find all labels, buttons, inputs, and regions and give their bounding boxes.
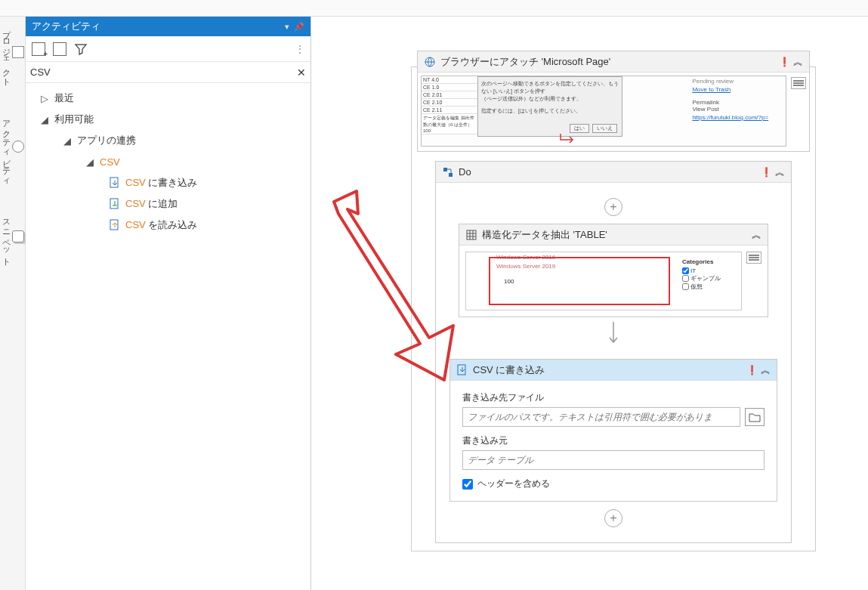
- thumb-right-panel: Pending review Move to Trash Permalink V…: [692, 78, 783, 122]
- do-card[interactable]: Do ❗ ︽ + 構造化データを抽出 'TABLE': [435, 161, 792, 543]
- tree-available-label: 利用可能: [54, 113, 94, 126]
- svg-rect-0: [110, 178, 118, 187]
- browse-folder-button[interactable]: [745, 408, 765, 426]
- tree-app-integration[interactable]: ◢ アプリの連携: [26, 130, 310, 151]
- csv-write-body: 書き込み先ファイル 書き込み元 ヘ: [450, 381, 777, 501]
- chevron-right-icon: ▷: [41, 93, 50, 104]
- panel-search: ✕: [26, 62, 310, 83]
- tree-csv-folder[interactable]: ◢ CSV: [26, 151, 310, 172]
- snippet-icon: [12, 230, 24, 242]
- csv-write-card[interactable]: CSV に書き込み ❗ ︽ 書き込み先ファイル: [449, 359, 777, 502]
- sequence-container: ブラウザーにアタッチ 'Microsoft Page' ❗ ︽ NT 4.0 C…: [411, 66, 816, 551]
- tree-recent-label: 最近: [54, 91, 74, 105]
- collapse-icon[interactable]: ︽: [775, 165, 785, 179]
- csv-append-icon: [109, 198, 121, 210]
- activity-tree: ▷ 最近 ◢ 利用可能 ◢ アプリの連携 ◢ CSV CSV に書き込み CSV…: [26, 83, 310, 590]
- browser-attach-card[interactable]: ブラウザーにアタッチ 'Microsoft Page' ❗ ︽ NT 4.0 C…: [417, 51, 810, 152]
- tree-item-csv-read-rest: を読み込み: [146, 219, 198, 230]
- rail-snippet[interactable]: スニペット: [1, 214, 24, 262]
- project-icon: [12, 46, 24, 58]
- tree-item-csv-write-rest: に書き込み: [146, 177, 198, 188]
- extract-body: Windows Server 2016 Windows Server 2019 …: [459, 246, 768, 317]
- red-arrow-small-icon: [558, 132, 588, 146]
- svg-rect-4: [443, 168, 447, 171]
- do-body: + 構造化データを抽出 'TABLE' ︽ Wind: [436, 183, 791, 542]
- left-rail: プロジェクト アクティビティ スニペット: [0, 17, 26, 590]
- cat-it-checkbox: [682, 267, 689, 274]
- search-clear-icon[interactable]: ✕: [297, 66, 306, 79]
- browser-attach-body: NT 4.0 CE 1.0 CE 2.01 CE 2.10 CE 2.11 デー…: [418, 73, 809, 151]
- rail-project-label: プロジェクト: [1, 24, 12, 82]
- activity-icon: [12, 141, 24, 153]
- top-ribbon: [0, 0, 868, 17]
- thumb-dialog: 次のページへ移動できるボタンを指定してください。もうない [いいえ] ボタンを押…: [477, 76, 622, 137]
- panel-pin2-icon[interactable]: 📌: [294, 22, 304, 32]
- tree-item-csv-read-hl: CSV: [125, 219, 146, 230]
- svg-rect-6: [467, 230, 476, 239]
- rail-activity-label: アクティビティ: [1, 114, 12, 182]
- csv-src-label: 書き込み元: [462, 434, 765, 447]
- chevron-down-icon: ◢: [41, 114, 50, 125]
- flow-arrow-icon: [443, 322, 783, 351]
- tree-item-csv-read[interactable]: CSV を読み込み: [26, 215, 310, 236]
- browser-attach-header: ブラウザーにアタッチ 'Microsoft Page' ❗ ︽: [418, 51, 809, 73]
- csv-write-icon: [109, 177, 121, 189]
- svg-rect-5: [449, 173, 453, 177]
- rail-project[interactable]: プロジェクト: [1, 24, 24, 82]
- csv-file-input[interactable]: [462, 407, 740, 427]
- thumb-trash-link: Move to Trash: [692, 86, 783, 93]
- tree-item-csv-append[interactable]: CSV に追加: [26, 193, 310, 215]
- csv-read-icon: [109, 219, 121, 231]
- do-title: Do: [459, 166, 471, 178]
- tree-item-csv-write[interactable]: CSV に書き込み: [26, 172, 310, 193]
- panel-toolbar: ⋮: [26, 36, 310, 62]
- info-icon[interactable]: ❗: [779, 57, 790, 67]
- info-icon[interactable]: ❗: [746, 365, 758, 375]
- browser-attach-title: ブラウザーにアタッチ 'Microsoft Page': [440, 55, 610, 69]
- collapse-icon[interactable]: ︽: [752, 228, 761, 242]
- include-header-label: ヘッダーを含める: [477, 477, 550, 490]
- designer-canvas[interactable]: ブラウザーにアタッチ 'Microsoft Page' ❗ ︽ NT 4.0 C…: [311, 17, 868, 590]
- thumb-url-link: https://furutuki.blog.com/?p=: [692, 114, 783, 121]
- browser-thumbnail: NT 4.0 CE 1.0 CE 2.01 CE 2.10 CE 2.11 デー…: [421, 76, 786, 147]
- tree-recent[interactable]: ▷ 最近: [26, 88, 310, 109]
- csv-src-input[interactable]: [462, 450, 765, 470]
- filter-icon[interactable]: [74, 42, 88, 56]
- search-input[interactable]: [30, 66, 272, 78]
- rail-activity[interactable]: アクティビティ: [1, 114, 24, 182]
- collapse-all-icon[interactable]: [53, 42, 66, 56]
- rail-snippet-label: スニペット: [1, 214, 12, 262]
- extract-card[interactable]: 構造化データを抽出 'TABLE' ︽ Windows Server 2016 …: [459, 224, 768, 317]
- tree-available[interactable]: ◢ 利用可能: [26, 109, 310, 130]
- tree-item-csv-write-hl: CSV: [125, 177, 146, 188]
- cat-virtual-checkbox: [682, 283, 689, 290]
- tree-item-csv-append-rest: に追加: [146, 198, 178, 209]
- do-header: Do ❗ ︽: [436, 162, 791, 183]
- options-icon[interactable]: [746, 252, 761, 264]
- add-activity-button[interactable]: +: [604, 509, 622, 527]
- panel-pin-icon[interactable]: ▾: [285, 22, 289, 32]
- tree-csv-label: CSV: [100, 156, 120, 168]
- collapse-icon[interactable]: ︽: [761, 363, 771, 377]
- globe-icon: [424, 56, 436, 68]
- csv-write-title: CSV に書き込み: [473, 363, 545, 377]
- do-icon: [442, 166, 454, 178]
- expand-all-icon[interactable]: [32, 42, 45, 56]
- chevron-down-icon: ◢: [86, 156, 95, 168]
- chevron-down-icon: ◢: [63, 135, 73, 147]
- csv-write-header: CSV に書き込み ❗ ︽: [450, 360, 777, 381]
- activity-panel: アクティビティ ▾ 📌 ⋮ ✕ ▷ 最近 ◢ 利用可能 ◢ アプリの連携 ◢: [26, 17, 311, 590]
- include-header-checkbox[interactable]: [462, 479, 473, 490]
- toolbar-overflow-icon[interactable]: ⋮: [295, 44, 304, 54]
- table-icon: [465, 229, 477, 241]
- extract-header: 構造化データを抽出 'TABLE' ︽: [459, 224, 768, 246]
- collapse-icon[interactable]: ︽: [793, 55, 803, 69]
- extract-thumbnail: Windows Server 2016 Windows Server 2019 …: [465, 252, 742, 310]
- options-icon[interactable]: [791, 77, 806, 89]
- extract-title: 構造化データを抽出 'TABLE': [482, 228, 607, 242]
- info-icon[interactable]: ❗: [761, 167, 772, 178]
- svg-rect-1: [110, 199, 118, 209]
- add-activity-button[interactable]: +: [604, 198, 622, 216]
- tree-item-csv-append-hl: CSV: [125, 198, 146, 209]
- csv-write-icon: [456, 364, 468, 376]
